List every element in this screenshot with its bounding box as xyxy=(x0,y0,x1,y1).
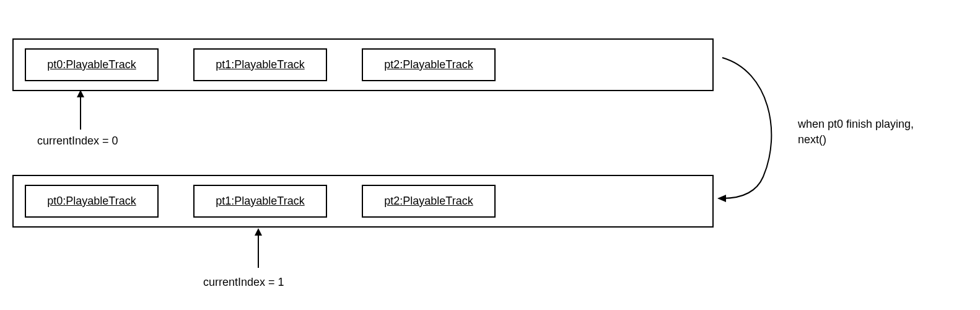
transition-note-line2: next() xyxy=(798,132,914,148)
track-item-pt2-top: pt2:PlayableTrack xyxy=(362,48,496,81)
arrow-up-icon xyxy=(252,228,265,271)
track-item-pt1-top: pt1:PlayableTrack xyxy=(193,48,327,81)
svg-marker-4 xyxy=(717,195,726,202)
svg-marker-3 xyxy=(255,228,262,236)
current-index-label-bottom: currentIndex = 1 xyxy=(203,276,284,289)
track-item-pt0-top: pt0:PlayableTrack xyxy=(25,48,159,81)
current-index-label-top: currentIndex = 0 xyxy=(37,135,118,148)
transition-note: when pt0 finish playing, next() xyxy=(798,117,914,148)
track-item-pt0-bottom: pt0:PlayableTrack xyxy=(25,185,159,218)
arrow-up-icon xyxy=(74,90,87,133)
track-item-pt1-bottom: pt1:PlayableTrack xyxy=(193,185,327,218)
curved-arrow-icon xyxy=(714,53,788,217)
svg-marker-1 xyxy=(77,90,84,97)
playlist-container-top: pt0:PlayableTrack pt1:PlayableTrack pt2:… xyxy=(12,38,714,91)
track-item-pt2-bottom: pt2:PlayableTrack xyxy=(362,185,496,218)
transition-note-line1: when pt0 finish playing, xyxy=(798,117,914,132)
playlist-container-bottom: pt0:PlayableTrack pt1:PlayableTrack pt2:… xyxy=(12,175,714,228)
